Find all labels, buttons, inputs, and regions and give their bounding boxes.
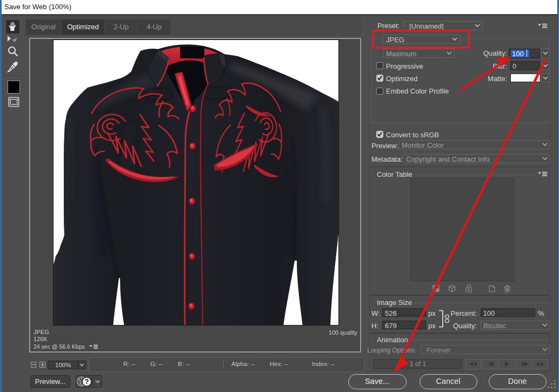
svg-text:?: ? — [85, 378, 89, 386]
